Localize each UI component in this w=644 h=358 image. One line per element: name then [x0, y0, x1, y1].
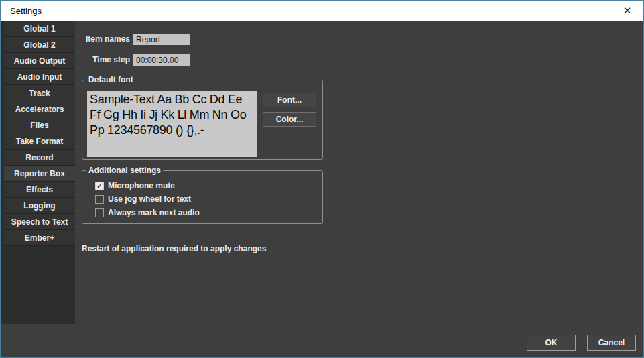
- checkbox-row-always-mark-next-audio[interactable]: Always mark next audio: [95, 206, 322, 219]
- sidebar-item-speech-to-text[interactable]: Speech to Text: [4, 214, 75, 230]
- main-panel: Item names Time step Default font Sample…: [75, 21, 643, 357]
- additional-settings-legend: Additional settings: [86, 166, 163, 175]
- titlebar: Settings ✕: [1, 1, 643, 21]
- additional-settings-group: Additional settings ✓Microphone muteUse …: [82, 166, 323, 224]
- sidebar-item-audio-output[interactable]: Audio Output: [4, 53, 75, 69]
- checkbox-label: Use jog wheel for text: [108, 194, 191, 204]
- item-names-label: Item names: [82, 34, 130, 45]
- default-font-group: Default font Sample-Text Aa Bb Cc Dd Ee …: [82, 75, 323, 160]
- unchecked-checkbox-icon[interactable]: [95, 195, 104, 204]
- sidebar-item-track[interactable]: Track: [4, 85, 75, 101]
- window-title: Settings: [10, 6, 42, 16]
- default-font-legend: Default font: [86, 75, 135, 84]
- restart-notice: Restart of application required to apply…: [82, 244, 266, 253]
- checkbox-list: ✓Microphone muteUse jog wheel for textAl…: [82, 175, 322, 219]
- sidebar-item-ember[interactable]: Ember+: [4, 230, 75, 246]
- time-step-input[interactable]: [133, 54, 190, 66]
- sidebar-item-take-format[interactable]: Take Format: [4, 133, 75, 150]
- font-sample-preview: Sample-Text Aa Bb Cc Dd Ee Ff Gg Hh Ii J…: [87, 91, 257, 157]
- sidebar: Global 1Global 2Audio OutputAudio InputT…: [1, 21, 75, 324]
- color-button[interactable]: Color...: [263, 112, 316, 127]
- settings-window: Settings ✕ Global 1Global 2Audio OutputA…: [0, 0, 644, 358]
- sidebar-item-accelerators[interactable]: Accelerators: [4, 101, 75, 117]
- sidebar-item-global-2[interactable]: Global 2: [4, 37, 75, 53]
- checked-checkbox-icon[interactable]: ✓: [95, 182, 104, 190]
- item-names-input[interactable]: [133, 34, 190, 45]
- sidebar-item-effects[interactable]: Effects: [4, 182, 75, 198]
- checkbox-row-microphone-mute[interactable]: ✓Microphone mute: [95, 179, 322, 192]
- sidebar-item-files[interactable]: Files: [4, 117, 75, 133]
- cancel-button[interactable]: Cancel: [587, 335, 636, 351]
- sidebar-item-global-1[interactable]: Global 1: [4, 21, 75, 37]
- font-button[interactable]: Font...: [263, 93, 316, 107]
- checkbox-row-use-jog-wheel-for-text[interactable]: Use jog wheel for text: [95, 192, 322, 206]
- ok-button[interactable]: OK: [527, 335, 576, 351]
- sidebar-item-logging[interactable]: Logging: [4, 198, 75, 214]
- sidebar-item-audio-input[interactable]: Audio Input: [4, 69, 75, 85]
- close-icon[interactable]: ✕: [612, 1, 643, 21]
- time-step-label: Time step: [82, 54, 130, 66]
- unchecked-checkbox-icon[interactable]: [95, 208, 104, 217]
- checkbox-label: Always mark next audio: [108, 208, 200, 217]
- sidebar-item-record[interactable]: Record: [4, 150, 75, 166]
- checkbox-label: Microphone mute: [108, 181, 175, 190]
- sidebar-item-reporter-box[interactable]: Reporter Box: [4, 166, 75, 182]
